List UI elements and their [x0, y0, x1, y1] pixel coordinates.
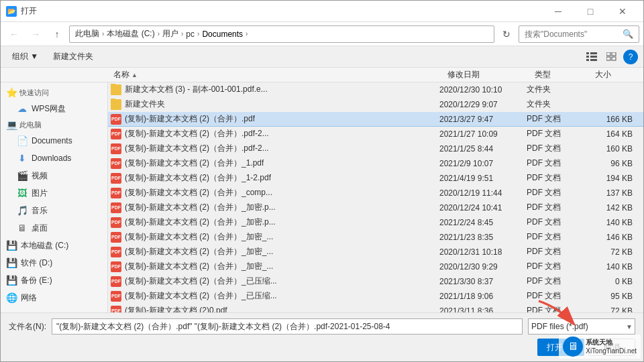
sidebar-item-desktop[interactable]: 🖥 桌面: [1, 219, 107, 237]
sidebar-item-drive-d[interactable]: 💾 软件 (D:): [1, 254, 107, 272]
table-row[interactable]: PDF (复制)-新建文本文档 (2)（合并）_加密.p... 2021/2/2…: [108, 215, 643, 230]
file-date: 2021/1/18 9:06: [439, 292, 527, 301]
table-row[interactable]: PDF (复制)-新建文本文档 (2)（合并）.pdf 2021/3/27 9:…: [108, 112, 643, 127]
file-list-container[interactable]: 新建文本文档 (3) - 副本-001-001.pdf.e... 2020/12…: [108, 82, 643, 312]
open-button[interactable]: 打开(O): [537, 339, 584, 356]
table-row[interactable]: PDF (复制)-新建文本文档 (2)（合并）_已压缩... 2021/3/30…: [108, 274, 643, 289]
file-type: PDF 文档: [527, 261, 587, 272]
organize-button[interactable]: 组织 ▼: [6, 49, 44, 65]
file-date: 2021/3/30 8:37: [439, 277, 527, 286]
table-row[interactable]: PDF (复制)-新建文本文档 (2)（合并）_comp... 2020/12/…: [108, 186, 643, 200]
file-date: 2020/12/30 9:29: [439, 262, 527, 272]
file-size: 164 KB: [587, 129, 641, 139]
search-box[interactable]: 🔍: [519, 25, 639, 43]
table-row[interactable]: PDF (复制)-新建文本文档 (2)（合并）_加密.p... 2020/12/…: [108, 200, 643, 215]
table-row[interactable]: PDF (复制)-新建文本文档 (2)（合并）_1-2.pdf 2021/4/1…: [108, 171, 643, 186]
table-row[interactable]: PDF (复制)-新建文本文档 (2)（合并）.pdf-2... 2021/1/…: [108, 127, 643, 141]
title-icon: 📂: [6, 6, 17, 17]
pdf-icon: PDF: [111, 247, 121, 257]
drive-e-icon: 💾: [6, 275, 17, 286]
search-input[interactable]: [525, 29, 620, 39]
col-header-name[interactable]: 名称 ▲: [108, 68, 442, 82]
pdf-icon: PDF: [111, 188, 121, 198]
sidebar-label-wps: WPS网盘: [32, 103, 66, 115]
sidebar-label-music: 音乐: [32, 205, 48, 217]
file-size: 95 KB: [587, 292, 641, 301]
sidebar-item-drive-e[interactable]: 💾 备份 (E:): [1, 272, 107, 289]
search-icon: 🔍: [623, 29, 633, 39]
file-date: 2021/2/24 8:45: [439, 218, 527, 227]
file-date: 2021/2/9 10:07: [439, 159, 527, 168]
file-name-cell: PDF (复制)-新建文本文档 (2)（合并）_加密_...: [111, 246, 439, 257]
view-toggle-button[interactable]: [583, 49, 600, 65]
file-type: PDF 文档: [527, 143, 587, 154]
forward-button[interactable]: →: [26, 25, 45, 43]
pdf-icon: PDF: [111, 202, 121, 213]
table-row[interactable]: PDF (复制)-新建文本文档 (2)（合并）_加密_... 2020/12/3…: [108, 259, 643, 274]
file-name-cell: PDF (复制)-新建文本文档 (2)（合并）_已压缩...: [111, 290, 439, 302]
sidebar: ⭐ 快速访问 ☁ WPS网盘 💻 此电脑 📄 Documents ⬇ D: [1, 82, 108, 312]
help-button[interactable]: ?: [623, 50, 638, 64]
filename-input[interactable]: [52, 318, 523, 335]
svg-rect-4: [586, 59, 589, 61]
file-type: PDF 文档: [527, 158, 587, 169]
file-open-dialog: 📂 打开 ─ □ ✕ ← → ↑ 此电脑 › 本地磁盘 (C:) › 用户 › …: [0, 0, 644, 362]
title-text: 打开: [21, 5, 543, 17]
file-date: 2021/1/23 8:35: [439, 233, 527, 242]
minimize-button[interactable]: ─: [543, 1, 574, 22]
sidebar-item-videos[interactable]: 🎬 视频: [1, 167, 107, 184]
new-folder-button[interactable]: 新建文件夹: [47, 49, 99, 65]
pdf-icon: PDF: [111, 261, 121, 272]
table-row[interactable]: 新建文本文档 (3) - 副本-001-001.pdf.e... 2020/12…: [108, 82, 643, 97]
table-row[interactable]: PDF (复制)-新建文本文档 (2)（合并）_加密_... 2020/12/3…: [108, 245, 643, 259]
sidebar-item-pictures[interactable]: 🖼 图片: [1, 184, 107, 202]
refresh-button[interactable]: ↻: [497, 25, 516, 43]
column-headers: 名称 ▲ 修改日期 类型 大小: [1, 68, 643, 82]
drive-c-icon: 💾: [6, 240, 17, 251]
table-row[interactable]: 新建文件夹 2020/12/29 9:07 文件夹: [108, 97, 643, 112]
table-row[interactable]: PDF (复制)-新建文本文档 (2)（合并）.pdf-2... 2021/1/…: [108, 141, 643, 156]
video-icon: 🎬: [17, 170, 28, 181]
file-name-cell: PDF (复制)-新建文本文档 (2)（合并）_comp...: [111, 187, 439, 198]
file-name-text: (复制)-新建文本文档 (2)（合并）_加密.p...: [125, 217, 276, 228]
file-type: 文件夹: [527, 84, 587, 95]
filetype-select[interactable]: PDF files (*.pdf) 所有文件 (*.*): [528, 318, 635, 335]
sidebar-label-network: 网络: [21, 292, 37, 304]
up-button[interactable]: ↑: [48, 25, 66, 43]
file-type: PDF 文档: [527, 217, 587, 228]
svg-rect-9: [612, 57, 616, 60]
sidebar-label-documents: Documents: [32, 136, 72, 145]
close-button[interactable]: ✕: [607, 1, 638, 22]
table-row[interactable]: PDF (复制)-新建文本文档 (2)（合并）_加密_... 2021/1/23…: [108, 230, 643, 245]
sidebar-label-videos: 视频: [32, 170, 48, 182]
file-name-text: (复制)-新建文本文档 (2)（合并）_加密_...: [125, 246, 273, 257]
col-header-type[interactable]: 类型: [529, 68, 590, 82]
col-header-size[interactable]: 大小: [590, 68, 643, 82]
maximize-button[interactable]: □: [575, 1, 606, 22]
sidebar-item-local-c[interactable]: 💾 本地磁盘 (C:): [1, 237, 107, 254]
table-row[interactable]: PDF (复制)-新建文本文档 (2)0.pdf 2021/3/11 8:36 …: [108, 304, 643, 312]
svg-rect-3: [590, 56, 597, 58]
sidebar-label-drive-e: 备份 (E:): [21, 275, 52, 286]
bottom-bar: 文件名(N): PDF files (*.pdf) 所有文件 (*.*) ▼ 打…: [1, 312, 643, 361]
address-bar[interactable]: 此电脑 › 本地磁盘 (C:) › 用户 › pc › Documents ›: [69, 25, 494, 43]
view-grid-button[interactable]: [603, 49, 621, 65]
pdf-icon: PDF: [111, 276, 121, 287]
file-date: 2021/3/27 9:47: [439, 115, 527, 124]
table-row[interactable]: PDF (复制)-新建文本文档 (2)（合并）_已压缩... 2021/1/18…: [108, 289, 643, 304]
sidebar-item-network[interactable]: 🌐 网络: [1, 289, 107, 306]
breadcrumb-users: 用户: [162, 28, 178, 40]
table-row[interactable]: PDF (复制)-新建文本文档 (2)（合并）_1.pdf 2021/2/9 1…: [108, 156, 643, 171]
back-button[interactable]: ←: [5, 25, 23, 43]
sidebar-section-quick[interactable]: ⭐ 快速访问: [1, 85, 107, 100]
file-name-text: (复制)-新建文本文档 (2)（合并）_加密_...: [125, 261, 273, 272]
cancel-button[interactable]: 取消: [588, 339, 635, 356]
sidebar-item-music[interactable]: 🎵 音乐: [1, 202, 107, 219]
col-header-date[interactable]: 修改日期: [442, 68, 529, 82]
sidebar-item-wps[interactable]: ☁ WPS网盘: [1, 100, 107, 117]
breadcrumb-documents: Documents: [202, 29, 243, 39]
sidebar-item-downloads[interactable]: ⬇ Downloads: [1, 149, 107, 167]
sidebar-item-documents[interactable]: 📄 Documents: [1, 132, 107, 149]
sidebar-section-pc[interactable]: 💻 此电脑: [1, 117, 107, 132]
file-date: 2020/12/30 10:10: [439, 85, 527, 95]
